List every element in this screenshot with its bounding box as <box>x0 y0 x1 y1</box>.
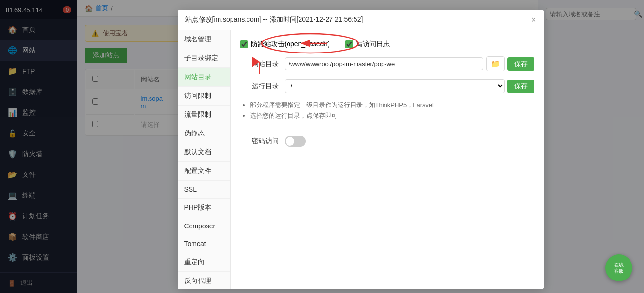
hint-item-2: 选择您的运行目录，点保存即可 <box>250 111 534 120</box>
site-dir-row: 网站目录 📁 保存 <box>240 56 534 71</box>
modal-nav-ssl[interactable]: SSL <box>178 181 230 199</box>
site-edit-modal: 站点修改[im.sopans.com] -- 添加时间[2021-12-27 2… <box>178 10 544 289</box>
xss-protection-checkbox[interactable] <box>240 40 248 48</box>
modal-nav-redirect[interactable]: 重定向 <box>178 253 230 272</box>
password-row: 密码访问 <box>240 136 534 146</box>
modal-nav-config[interactable]: 配置文件 <box>178 162 230 181</box>
xss-protection-label: 防跨站攻击(open_basedir) <box>251 40 330 49</box>
modal-nav-default[interactable]: 默认文档 <box>178 143 230 162</box>
modal-content-area: 防跨站攻击(open_basedir) 写访问日志 网站目录 📁 保存 <box>231 30 544 289</box>
modal-nav-composer[interactable]: Composer <box>178 217 230 235</box>
run-dir-label: 运行目录 <box>240 82 279 91</box>
modal-body: 域名管理 子目录绑定 网站目录 访问限制 流量限制 伪静态 默认文档 配置文件 … <box>178 30 544 289</box>
modal-header: 站点修改[im.sopans.com] -- 添加时间[2021-12-27 2… <box>178 10 544 30</box>
online-support-button[interactable]: 在线 客服 <box>605 254 632 281</box>
modal-close-button[interactable]: × <box>531 15 536 24</box>
password-label: 密码访问 <box>240 137 279 146</box>
run-dir-row: 运行目录 / 保存 <box>240 79 534 93</box>
access-log-label: 写访问日志 <box>356 40 390 49</box>
site-dir-input-group: 📁 保存 <box>285 56 534 71</box>
xss-protection-checkbox-wrap[interactable]: 防跨站攻击(open_basedir) <box>240 40 330 49</box>
modal-nav-php[interactable]: PHP版本 <box>178 199 230 217</box>
modal-nav-sitedir[interactable]: 网站目录 <box>178 68 230 87</box>
password-toggle[interactable] <box>285 136 306 146</box>
run-dir-save-button[interactable]: 保存 <box>507 80 534 93</box>
modal-nav-subdir[interactable]: 子目录绑定 <box>178 49 230 68</box>
access-log-checkbox-wrap[interactable]: 写访问日志 <box>345 40 390 49</box>
modal-nav-access[interactable]: 访问限制 <box>178 87 230 106</box>
divider <box>240 128 534 128</box>
access-log-checkbox[interactable] <box>345 40 353 48</box>
hints-list: 部分程序需要指定二级目录作为运行目录，如ThinkPHP5，Laravel 选择… <box>240 101 534 120</box>
site-dir-save-button[interactable]: 保存 <box>507 57 534 71</box>
site-dir-label: 网站目录 <box>240 60 279 68</box>
modal-nav-domain[interactable]: 域名管理 <box>178 30 230 49</box>
modal-nav: 域名管理 子目录绑定 网站目录 访问限制 流量限制 伪静态 默认文档 配置文件 … <box>178 30 231 289</box>
modal-overlay: 站点修改[im.sopans.com] -- 添加时间[2021-12-27 2… <box>0 0 644 293</box>
modal-nav-tomcat[interactable]: Tomcat <box>178 235 230 253</box>
password-toggle-wrap <box>285 136 306 146</box>
run-dir-select[interactable]: / <box>285 79 505 93</box>
folder-picker-button[interactable]: 📁 <box>486 56 505 71</box>
hint-item-1: 部分程序需要指定二级目录作为运行目录，如ThinkPHP5，Laravel <box>250 101 534 109</box>
modal-title: 站点修改[im.sopans.com] -- 添加时间[2021-12-27 2… <box>185 15 363 24</box>
toggle-slider <box>285 136 306 146</box>
modal-nav-reverse[interactable]: 反向代理 <box>178 272 230 289</box>
site-dir-input[interactable] <box>285 57 483 70</box>
run-dir-input-group: / 保存 <box>285 79 534 93</box>
modal-nav-static[interactable]: 伪静态 <box>178 124 230 143</box>
modal-nav-traffic[interactable]: 流量限制 <box>178 106 230 124</box>
security-options-row: 防跨站攻击(open_basedir) 写访问日志 <box>240 40 534 49</box>
